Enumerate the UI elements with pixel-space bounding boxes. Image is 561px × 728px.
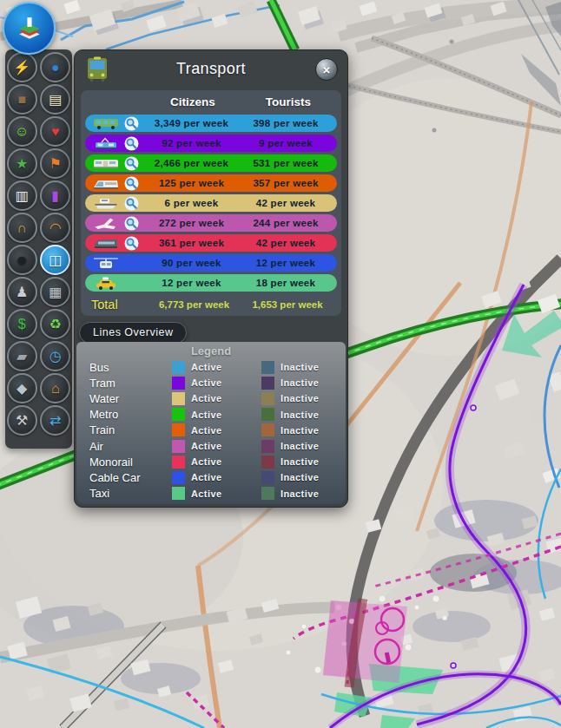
metro-tourists-value: 531 per week [237, 158, 334, 168]
cable-car-row-icon [88, 257, 124, 270]
metro-line-magnifier-icon[interactable] [124, 156, 146, 171]
water-inactive-swatch [261, 392, 274, 405]
electricity-icon[interactable]: ⚡ [7, 52, 37, 82]
monorail-active-swatch [172, 456, 185, 469]
legend-row-tram: Tram Active Inactive [76, 375, 346, 390]
legend-row-air: Air Active Inactive [76, 438, 346, 454]
land-value-icon[interactable]: ★ [7, 148, 37, 179]
close-icon[interactable]: × [315, 58, 338, 81]
traffic-icon[interactable]: ▥ [7, 180, 37, 211]
taxi-inactive-swatch [261, 487, 274, 500]
cable-car-tourists-value: 12 per week [237, 258, 334, 268]
metro-inactive-swatch [261, 408, 274, 421]
ship-row-icon [88, 197, 124, 210]
legend-title: Legend [76, 344, 346, 357]
legend-row-monorail: Monorail Active Inactive [76, 454, 346, 469]
bus-citizens-value: 3,349 per week [146, 118, 237, 128]
tram-row-icon [88, 137, 124, 150]
taxi-active-swatch [172, 487, 185, 500]
train-line-magnifier-icon[interactable] [124, 176, 146, 191]
tourists-column-header: Tourists [238, 95, 339, 108]
bus-icon [84, 56, 110, 82]
transport-stats-table: Citizens Tourists 3,349 per week 398 per… [81, 90, 341, 316]
economy-icon[interactable]: $ [7, 309, 37, 339]
city-buildings-icon[interactable]: ▦ [40, 277, 70, 307]
table-row-bus: 3,349 per week 398 per week [85, 115, 337, 132]
taxi-row-icon [88, 277, 124, 290]
monorail-tourists-value: 42 per week [237, 238, 334, 248]
plane-row-icon [88, 217, 124, 230]
transport-panel-titlebar: Transport × [75, 50, 347, 87]
info-views-button[interactable] [3, 2, 56, 55]
table-row-train: 125 per week 357 per week [85, 174, 337, 192]
noise-icon[interactable]: ∩ [7, 213, 37, 243]
air-citizens-value: 272 per week [146, 218, 237, 228]
metro-active-swatch [172, 408, 185, 421]
taxi-citizens-value: 12 per week [146, 278, 237, 288]
public-transport-icon[interactable]: ◫ [40, 245, 70, 275]
tram-citizens-value: 92 per week [146, 138, 237, 148]
tram-line-magnifier-icon[interactable] [124, 136, 146, 151]
taxi-tourists-value: 18 per week [237, 278, 334, 288]
tram-active-swatch [172, 377, 185, 390]
maintenance-icon[interactable]: ⚒ [7, 405, 37, 436]
air-active-swatch [172, 440, 185, 453]
air-line-magnifier-icon[interactable] [124, 216, 146, 231]
legend-row-train: Train Active Inactive [76, 423, 346, 438]
ship-citizens-value: 6 per week [146, 198, 237, 208]
water-icon[interactable]: ● [40, 52, 70, 82]
bus-active-swatch [172, 361, 185, 374]
terrain-icon[interactable]: ▰ [7, 341, 37, 371]
table-row-metro: 2,466 per week 531 per week [85, 154, 337, 172]
table-row-tram: 92 per week 9 per week [85, 134, 337, 152]
cable-car-active-swatch [172, 471, 185, 484]
train-tourists-value: 357 per week [237, 178, 334, 188]
routes-icon[interactable]: ⇄ [40, 405, 70, 436]
education-icon[interactable]: ▤ [40, 84, 70, 115]
legend-row-bus: Bus Active Inactive [76, 359, 346, 375]
bus-inactive-swatch [261, 361, 274, 374]
air-inactive-swatch [261, 440, 274, 453]
cable-car-citizens-value: 90 per week [146, 258, 237, 268]
garbage-icon[interactable]: ■ [7, 84, 37, 115]
legend-row-metro: Metro Active Inactive [76, 407, 346, 423]
tram-inactive-swatch [261, 377, 274, 390]
table-row-cable-car: 90 per week 12 per week [85, 254, 337, 272]
natural-resources-icon[interactable]: ♻ [40, 309, 70, 339]
table-row-monorail: 361 per week 42 per week [85, 234, 337, 252]
fire-safety-icon[interactable]: ◠ [40, 213, 70, 243]
legend-row-cable-car: Cable Car Active Inactive [76, 469, 346, 485]
wind-icon[interactable]: ⚑ [40, 148, 70, 179]
cable-car-inactive-swatch [261, 471, 274, 484]
health-icon[interactable]: ♥ [40, 116, 70, 147]
citizens-column-header: Citizens [148, 95, 238, 108]
train-inactive-swatch [261, 423, 274, 436]
train-row-icon [88, 177, 124, 190]
crime-icon[interactable]: ☻ [7, 245, 37, 275]
table-row-taxi: 12 per week 18 per week [85, 274, 337, 292]
water-active-swatch [172, 392, 185, 405]
population-icon[interactable]: ♟ [7, 277, 37, 307]
layers-icon [16, 15, 43, 43]
table-row-air: 272 per week 244 per week [85, 214, 337, 232]
ship-tourists-value: 42 per week [237, 198, 334, 208]
monorail-line-magnifier-icon[interactable] [124, 236, 146, 251]
tourism-icon[interactable]: ⌂ [40, 373, 70, 403]
bus-tourists-value: 398 per week [237, 118, 334, 128]
pollution-icon[interactable]: ▮ [40, 180, 70, 211]
legend-panel: Legend Bus Active Inactive Tram Active I… [76, 342, 346, 504]
monorail-row-icon [88, 237, 124, 250]
panel-title: Transport [75, 50, 347, 87]
lines-overview-button[interactable]: Lines Overview [79, 322, 187, 344]
monorail-citizens-value: 361 per week [146, 238, 237, 248]
happiness-icon[interactable]: ☺ [7, 116, 37, 147]
table-row-ship: 6 per week 42 per week [85, 194, 337, 212]
total-tourists-value: 1,653 per week [239, 299, 336, 310]
tram-tourists-value: 9 per week [237, 138, 334, 148]
entertainment-icon[interactable]: ◷ [40, 341, 70, 371]
monorail-inactive-swatch [261, 456, 274, 469]
legend-row-taxi: Taxi Active Inactive [76, 486, 346, 502]
ship-line-magnifier-icon[interactable] [124, 196, 146, 211]
terrain-height-icon[interactable]: ◆ [7, 373, 37, 403]
bus-line-magnifier-icon[interactable] [124, 116, 146, 131]
